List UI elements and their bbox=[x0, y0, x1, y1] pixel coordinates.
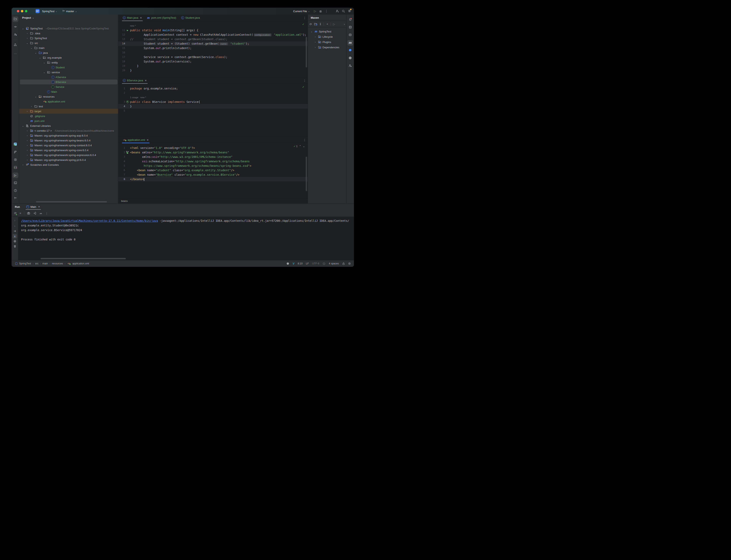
tree-item-springtest[interactable]: ›SpringTest bbox=[19, 36, 118, 41]
rerun-button[interactable]: ⟳▶ bbox=[14, 211, 17, 215]
editor-hint[interactable]: 1 usage new * bbox=[118, 95, 308, 100]
editor-options-kebab[interactable]: ⋮ bbox=[303, 138, 306, 142]
profiler-tool-button[interactable] bbox=[13, 157, 18, 163]
close-icon[interactable]: ✕ bbox=[140, 16, 142, 19]
run-button[interactable]: ▷ bbox=[314, 9, 316, 13]
chevron-down-icon[interactable]: ⌄ bbox=[21, 125, 25, 127]
code-editor[interactable]: new *11▶public static void main(String[]… bbox=[118, 21, 308, 77]
tree-item-service[interactable]: IService bbox=[19, 84, 118, 89]
more-tools-button[interactable]: … bbox=[13, 50, 18, 56]
chevron-down-icon[interactable]: ⌄ bbox=[30, 47, 33, 49]
run-console[interactable]: /Users/eve/Library/Java/JavaVirtualMachi… bbox=[18, 217, 354, 260]
chevron-down-icon[interactable]: ⌄ bbox=[310, 30, 313, 33]
tree-item-test[interactable]: ›test bbox=[19, 104, 118, 109]
tree-item-application-xml[interactable]: </>application.xml bbox=[19, 99, 118, 104]
project-panel-header[interactable]: Project ⌄ bbox=[19, 15, 118, 21]
scroll-to-end-button[interactable]: ⤓ bbox=[13, 234, 17, 238]
maven-root-springtest[interactable]: ⌄mSpringTest bbox=[308, 29, 347, 34]
maven-item-lifecycle[interactable]: ›Lifecycle bbox=[308, 34, 347, 39]
inspections-ok-icon[interactable]: ✓ bbox=[302, 85, 305, 88]
tree-item-springtest[interactable]: ⌄SpringTest~/Desktop/CS/JavaEE/2 Java Sp… bbox=[19, 26, 118, 31]
run-configuration-selector[interactable]: Current File ⌄ bbox=[292, 9, 311, 13]
search-everywhere-button[interactable] bbox=[342, 10, 345, 13]
tree-item-aservice[interactable]: CAService bbox=[19, 75, 118, 80]
tree-item-scratches-and-consoles[interactable]: ›Scratches and Consoles bbox=[19, 162, 118, 167]
clear-console-button[interactable] bbox=[13, 244, 17, 249]
next-problem-icon[interactable]: ⌄ bbox=[303, 145, 305, 148]
tree-item-java[interactable]: ⌄java bbox=[19, 50, 118, 55]
chevron-down-icon[interactable]: ⌄ bbox=[21, 27, 25, 30]
notifications-button[interactable] bbox=[348, 17, 353, 23]
attach-debugger-button[interactable] bbox=[33, 212, 36, 215]
breadcrumb-item-resources[interactable]: resources bbox=[52, 262, 63, 265]
tab-pom-xml-springtest[interactable]: mpom.xml (SpringTest) bbox=[144, 15, 179, 21]
support-chat-tool-button[interactable] bbox=[348, 63, 353, 69]
plugin-mascot-button[interactable] bbox=[13, 142, 18, 147]
terminal-tool-button[interactable] bbox=[13, 180, 18, 186]
console-up-button[interactable]: ↑ bbox=[13, 218, 17, 223]
more-actions-kebab[interactable]: ⋮ bbox=[325, 9, 328, 13]
chevron-right-icon[interactable]: › bbox=[26, 32, 29, 34]
tab-application-xml[interactable]: </>application.xml✕ bbox=[120, 137, 151, 143]
tree-item-target[interactable]: ›target bbox=[19, 109, 118, 114]
chevron-right-icon[interactable]: › bbox=[21, 164, 25, 166]
build-tool-button[interactable] bbox=[13, 149, 18, 155]
chevron-down-icon[interactable]: ⌄ bbox=[38, 56, 42, 59]
run-tool-button[interactable]: ▷ bbox=[13, 172, 18, 178]
tree-item-entity[interactable]: ⌄entity bbox=[19, 60, 118, 65]
code-editor[interactable]: 1package org.example.service;21 usage ne… bbox=[118, 84, 308, 137]
tree-item-maven-org-springframework-spring-context-6-0-4[interactable]: ›Maven: org.springframework:spring-conte… bbox=[19, 143, 118, 148]
changed-files-tool-button[interactable]: [ ] bbox=[13, 165, 18, 170]
prev-problem-icon[interactable]: ⌃ bbox=[299, 145, 301, 148]
tree-item-external-libraries[interactable]: ⌄External Libraries bbox=[19, 123, 118, 128]
tab-bservice-java[interactable]: CBService.java✕ bbox=[120, 77, 149, 84]
xml-breadcrumb[interactable]: beans bbox=[118, 198, 308, 204]
tree-item-maven-org-springframework-spring-beans-6-0-4[interactable]: ›Maven: org.springframework:spring-beans… bbox=[19, 138, 118, 143]
tree-item-corretto-17[interactable]: ›< corretto-17 >/Users/eve/Library/Java/… bbox=[19, 128, 118, 133]
settings-button[interactable] bbox=[348, 9, 351, 13]
chevron-down-icon[interactable]: ⌄ bbox=[34, 52, 37, 54]
console-link[interactable]: /Users/eve/Library/Java/JavaVirtualMachi… bbox=[21, 219, 158, 223]
memory-snapshot-button[interactable] bbox=[27, 212, 30, 215]
tree-item-org-example[interactable]: ⌄org.example bbox=[19, 55, 118, 60]
maven-run-button[interactable]: ▷ bbox=[333, 23, 335, 26]
git-tool-button[interactable] bbox=[13, 196, 18, 201]
chevron-right-icon[interactable]: › bbox=[314, 46, 317, 48]
breadcrumb-item-src[interactable]: src bbox=[35, 262, 39, 265]
project-switcher[interactable]: ST SpringTest ⌄ bbox=[34, 9, 59, 14]
problems-tool-button[interactable] bbox=[13, 188, 18, 194]
chevron-right-icon[interactable]: › bbox=[26, 154, 29, 156]
chevron-right-icon[interactable]: › bbox=[26, 144, 29, 146]
close-window-button[interactable] bbox=[17, 10, 19, 12]
minimize-window-button[interactable] bbox=[21, 10, 23, 12]
tree-item-main[interactable]: CMain bbox=[19, 89, 118, 94]
chevron-down-icon[interactable]: ⌄ bbox=[43, 61, 46, 64]
chevron-right-icon[interactable]: › bbox=[26, 129, 29, 132]
close-icon[interactable]: ✕ bbox=[38, 205, 40, 208]
tree-item-src[interactable]: ⌄src bbox=[19, 41, 118, 45]
tree-item-maven-org-springframework-spring-expression-6-0-4[interactable]: ›Maven: org.springframework:spring-expre… bbox=[19, 153, 118, 157]
maven-download-sources-button[interactable]: ↧ bbox=[319, 23, 322, 26]
vcs-branch-widget[interactable]: master ⌄ bbox=[61, 9, 78, 13]
pull-requests-tool-button[interactable]: ? bbox=[13, 32, 18, 38]
spring-config-gutter-icon[interactable] bbox=[126, 151, 129, 154]
tree-item-maven-org-springframework-spring-core-6-0-4[interactable]: ›Maven: org.springframework:spring-core:… bbox=[19, 148, 118, 153]
chevron-right-icon[interactable]: › bbox=[26, 37, 29, 39]
xml-editor-scrollbar[interactable] bbox=[306, 157, 307, 191]
maven-reload-projects-button[interactable] bbox=[314, 23, 317, 26]
openai-status-icon[interactable] bbox=[287, 262, 289, 265]
editor-hint[interactable]: new * bbox=[118, 24, 308, 28]
maven-item-dependencies[interactable]: ›Dependencies bbox=[308, 45, 347, 50]
maven-expand-button[interactable]: › bbox=[344, 23, 345, 26]
chevron-right-icon[interactable]: › bbox=[26, 110, 29, 112]
tree-item-pom-xml[interactable]: mpom.xml bbox=[19, 118, 118, 123]
chevron-down-icon[interactable]: ⌄ bbox=[43, 71, 46, 74]
breadcrumb-item-application-xml[interactable]: application.xml bbox=[72, 262, 89, 265]
console-horizontal-scrollbar[interactable] bbox=[41, 258, 126, 259]
breadcrumb-item-main[interactable]: main bbox=[42, 262, 48, 265]
soft-wrap-button[interactable]: ⇉ bbox=[13, 229, 17, 233]
chevron-down-icon[interactable]: ⌄ bbox=[34, 95, 37, 98]
close-icon[interactable]: ✕ bbox=[145, 79, 147, 82]
maven-add-button[interactable]: ＋ bbox=[326, 22, 329, 26]
profiler-button[interactable] bbox=[39, 212, 42, 215]
